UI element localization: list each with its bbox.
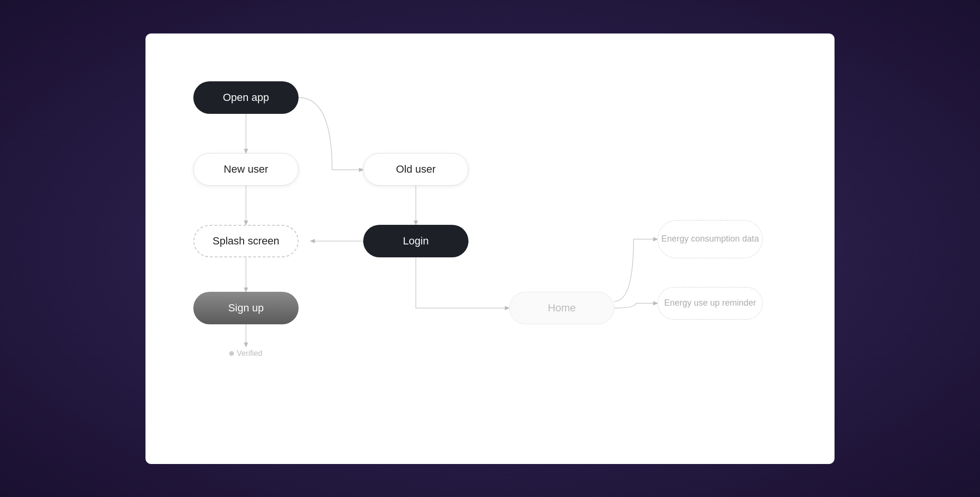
home-label: Home bbox=[548, 302, 576, 314]
energy-reminder-label: Energy use up reminder bbox=[664, 298, 756, 308]
verified-dot bbox=[229, 351, 234, 356]
sign-up-node[interactable]: Sign up bbox=[193, 292, 299, 324]
verified-label: Verified bbox=[229, 349, 262, 358]
open-app-label: Open app bbox=[223, 91, 269, 104]
open-app-node[interactable]: Open app bbox=[193, 81, 299, 114]
flow-canvas: Open app New user Old user Splash screen… bbox=[145, 33, 835, 464]
sign-up-label: Sign up bbox=[228, 302, 264, 314]
home-node[interactable]: Home bbox=[509, 292, 614, 324]
old-user-node[interactable]: Old user bbox=[363, 153, 468, 186]
verified-text: Verified bbox=[237, 349, 262, 358]
login-label: Login bbox=[403, 235, 429, 247]
old-user-label: Old user bbox=[396, 163, 435, 176]
splash-screen-node[interactable]: Splash screen bbox=[193, 225, 299, 257]
energy-consumption-node[interactable]: Energy consumption data bbox=[657, 220, 763, 258]
new-user-node[interactable]: New user bbox=[193, 153, 299, 186]
splash-screen-label: Splash screen bbox=[212, 235, 279, 247]
new-user-label: New user bbox=[224, 163, 268, 176]
energy-reminder-node[interactable]: Energy use up reminder bbox=[657, 287, 763, 320]
login-node[interactable]: Login bbox=[363, 225, 468, 257]
energy-consumption-label: Energy consumption data bbox=[661, 234, 759, 244]
